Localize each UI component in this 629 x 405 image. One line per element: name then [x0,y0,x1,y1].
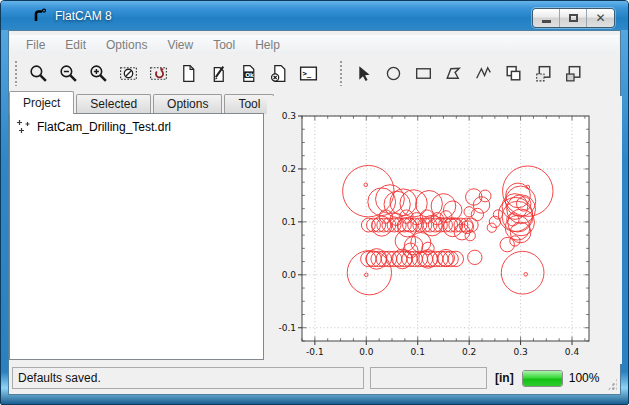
titlebar[interactable]: FlatCAM 8 ✕ [1,1,628,30]
subtract-icon [533,63,554,84]
save-project-button[interactable]: Ok [233,58,263,88]
close-icon: ✕ [595,12,605,24]
svg-text:-0.1: -0.1 [306,347,324,357]
document-ok-icon: Ok [238,63,259,84]
plot-svg: -0.10.00.10.20.30.4-0.10.00.10.20.3 [267,96,622,364]
maximize-button[interactable] [560,9,587,27]
resize-grip-icon[interactable] [607,378,617,391]
menu-item-help[interactable]: Help [245,36,290,54]
clear-plot-icon [118,63,139,84]
zoom-out-icon [58,63,79,84]
units-label: [in] [493,371,516,385]
select-tool-button[interactable] [348,58,378,88]
status-message: Defaults saved. [18,371,101,385]
document-delete-icon [268,63,289,84]
progress-bar [522,370,563,387]
project-tree-panel[interactable]: FlatCam_Drilling_Test.drl [9,113,264,360]
svg-text:0.3: 0.3 [282,111,296,121]
statusbar: Defaults saved. [in] 100% [9,362,620,394]
svg-text:0.1: 0.1 [282,217,296,227]
close-button[interactable]: ✕ [587,9,614,27]
svg-text:>_: >_ [302,69,311,78]
clear-plot-button[interactable] [113,58,143,88]
svg-text:Ok: Ok [245,71,254,77]
circle-tool-icon [383,63,404,84]
svg-text:0.2: 0.2 [462,347,476,357]
add-path-button[interactable] [468,58,498,88]
maximize-icon [569,14,578,22]
svg-text:0.3: 0.3 [513,347,527,357]
menu-item-options[interactable]: Options [96,36,157,54]
polygon-cut-button[interactable] [558,58,588,88]
toolbar-group-geometry [348,58,588,88]
tab-options[interactable]: Options [153,94,222,114]
add-rectangle-button[interactable] [408,58,438,88]
caption-buttons: ✕ [532,8,615,28]
svg-text:0.0: 0.0 [359,347,374,357]
menu-item-tool[interactable]: Tool [203,36,245,54]
zoom-fit-button[interactable] [23,58,53,88]
window-title: FlatCAM 8 [55,9,112,23]
menu-item-file[interactable]: File [16,36,55,54]
toolbar-group-view: Ok >_ [23,58,323,88]
polygon-tool-icon [443,63,464,84]
app-window: FlatCAM 8 ✕ File Edit Options View Tool … [0,0,629,405]
plot-canvas[interactable]: -0.10.00.10.20.30.4-0.10.00.10.20.3 [267,96,622,364]
svg-text:0.0: 0.0 [282,270,297,280]
new-document-icon [178,63,199,84]
replot-icon [148,63,169,84]
toolbar-drag-handle-2[interactable] [339,60,344,86]
svg-text:0.4: 0.4 [565,347,580,357]
tab-project[interactable]: Project [9,91,74,114]
progress-fill [523,371,562,386]
pointer-icon [353,63,374,84]
terminal-icon: >_ [298,63,319,84]
polygon-union-button[interactable] [498,58,528,88]
open-project-button[interactable] [203,58,233,88]
tree-item-drill-file[interactable]: FlatCam_Drilling_Test.drl [10,114,263,136]
union-icon [503,63,524,84]
replot-button[interactable] [143,58,173,88]
zoom-in-icon [88,63,109,84]
zoom-in-button[interactable] [83,58,113,88]
tree-item-label: FlatCam_Drilling_Test.drl [37,120,171,134]
menu-item-view[interactable]: View [157,36,203,54]
progress-percent: 100% [569,371,600,385]
status-coords-panel [370,367,487,389]
rectangle-tool-icon [413,63,434,84]
client-area: File Edit Options View Tool Help [8,30,621,395]
menubar: File Edit Options View Tool Help [10,35,619,54]
flatcam-app-icon [31,7,48,24]
new-project-button[interactable] [173,58,203,88]
document-pencil-icon [208,63,229,84]
delete-object-button[interactable] [263,58,293,88]
add-circle-button[interactable] [378,58,408,88]
command-line-button[interactable]: >_ [293,58,323,88]
status-message-panel: Defaults saved. [12,367,364,389]
add-polygon-button[interactable] [438,58,468,88]
cut-icon [563,63,584,84]
svg-text:0.2: 0.2 [282,164,296,174]
tabbar: Project Selected Options Tool [9,91,276,114]
svg-text:-0.1: -0.1 [278,323,296,333]
minimize-button[interactable] [533,9,560,27]
polygon-subtract-button[interactable] [528,58,558,88]
svg-text:0.1: 0.1 [411,347,425,357]
tab-selected[interactable]: Selected [76,94,151,114]
menu-item-edit[interactable]: Edit [55,36,96,54]
zoom-out-button[interactable] [53,58,83,88]
path-tool-icon [473,63,494,84]
toolbar-drag-handle[interactable] [14,60,19,86]
toolbar: Ok >_ [9,55,620,91]
drill-file-icon [16,119,31,134]
minimize-icon [542,20,551,23]
zoom-fit-icon [28,63,49,84]
